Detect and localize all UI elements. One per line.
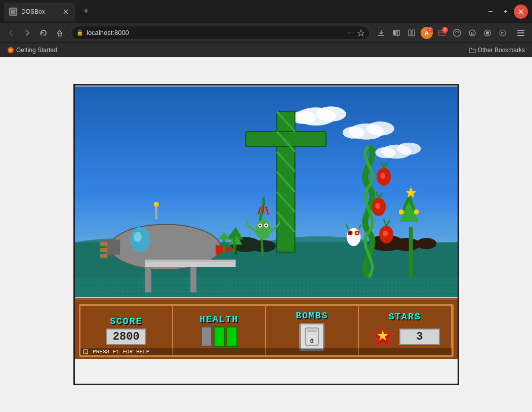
svg-point-40: [375, 147, 395, 158]
addon-icon-3[interactable]: B: [465, 26, 479, 40]
svg-point-82: [346, 228, 360, 246]
health-label: HEALTH: [199, 314, 238, 324]
hud-inner: SCORE 2800 HEALTH: [79, 304, 454, 357]
svg-point-22: [486, 31, 489, 34]
hud-help-text: i PRESS F1 FOR HELP: [80, 348, 452, 355]
svg-point-74: [375, 203, 380, 209]
page-content: SCORE 2800 HEALTH: [0, 57, 532, 412]
svg-point-72: [380, 173, 385, 179]
svg-text:i: i: [85, 351, 87, 354]
svg-rect-53: [145, 260, 235, 262]
svg-rect-59: [100, 248, 107, 252]
svg-text:0: 0: [310, 338, 314, 345]
svg-rect-15: [408, 30, 411, 36]
browser-tab[interactable]: DOSBox: [4, 3, 75, 21]
svg-text:B: B: [471, 31, 474, 36]
address-bar[interactable]: 🔒 localhost:8000 ···: [71, 26, 370, 40]
addon-badge: 2: [442, 27, 448, 33]
nav-toolbar-icons: A 2 2 B: [374, 26, 510, 40]
svg-rect-63: [245, 132, 326, 147]
window-controls: [483, 5, 528, 19]
svg-point-36: [366, 121, 394, 136]
svg-rect-87: [408, 227, 413, 277]
forward-button[interactable]: [20, 26, 34, 40]
svg-point-85: [349, 232, 351, 234]
svg-rect-92: [223, 239, 225, 252]
svg-point-76: [383, 230, 388, 236]
tab-close-button[interactable]: [62, 8, 70, 16]
bookmark-star-icon[interactable]: [357, 29, 364, 36]
star-icon: [370, 324, 395, 349]
svg-point-46: [416, 238, 436, 249]
download-icon[interactable]: [374, 26, 388, 40]
minimize-button[interactable]: [483, 5, 498, 19]
profile-icon[interactable]: A 2: [420, 26, 434, 40]
browser-window: DOSBox +: [0, 0, 532, 412]
menu-button[interactable]: [514, 26, 528, 40]
svg-rect-14: [397, 30, 399, 35]
svg-rect-13: [395, 30, 397, 35]
folder-icon: [469, 47, 476, 54]
address-more-icon[interactable]: ···: [348, 28, 354, 37]
svg-point-77: [256, 220, 271, 240]
game-hud: SCORE 2800 HEALTH: [75, 298, 458, 359]
addon-icon-5[interactable]: [496, 26, 510, 40]
svg-marker-10: [358, 30, 364, 36]
stars-value: 3: [416, 331, 423, 343]
addon-icon-2[interactable]: [450, 26, 464, 40]
reader-view-icon[interactable]: [404, 26, 419, 40]
menu-line-2: [517, 32, 524, 33]
svg-rect-58: [100, 242, 107, 246]
svg-point-39: [396, 143, 421, 155]
lock-icon: 🔒: [76, 29, 84, 36]
svg-point-33: [316, 106, 346, 121]
svg-rect-60: [100, 254, 107, 258]
score-value-box: 2800: [106, 328, 146, 345]
health-bar-3: [226, 326, 237, 347]
refresh-button[interactable]: [36, 26, 51, 40]
back-button[interactable]: [4, 26, 18, 40]
help-text-content: i PRESS F1 FOR HELP: [83, 349, 150, 355]
bombs-label: BOMBS: [296, 311, 328, 321]
health-bar-2: [214, 326, 225, 347]
bomb-icon: 0: [299, 323, 324, 351]
tab-favicon: [9, 8, 17, 16]
svg-rect-95: [307, 329, 317, 332]
close-button[interactable]: [514, 5, 528, 19]
svg-rect-93: [233, 237, 235, 252]
svg-rect-16: [412, 30, 415, 36]
score-value: 2800: [113, 331, 140, 343]
home-button[interactable]: [53, 26, 67, 40]
svg-rect-54: [145, 267, 151, 293]
svg-rect-51: [105, 239, 120, 255]
maximize-button[interactable]: [499, 5, 513, 19]
svg-point-45: [392, 238, 421, 251]
game-scene: [75, 86, 458, 298]
other-bookmarks[interactable]: Other Bookmarks: [466, 46, 528, 55]
svg-rect-55: [190, 267, 196, 293]
title-bar: DOSBox +: [0, 0, 532, 23]
score-label: SCORE: [110, 316, 142, 326]
svg-point-89: [398, 210, 403, 215]
addon-icon-1[interactable]: 2: [435, 26, 449, 40]
new-tab-button[interactable]: +: [79, 5, 93, 19]
health-bar-1: [201, 326, 212, 347]
svg-point-81: [265, 224, 267, 226]
svg-point-57: [153, 202, 158, 207]
bookmark-getting-started[interactable]: Getting Started: [4, 46, 60, 55]
stars-value-box: 3: [399, 328, 440, 345]
game-canvas: [75, 86, 458, 298]
menu-line-1: [517, 30, 524, 31]
navigation-bar: 🔒 localhost:8000 ··· A 2: [0, 23, 532, 43]
tab-title: DOSBox: [21, 8, 58, 15]
svg-point-25: [9, 49, 12, 52]
addon-icon-4[interactable]: [480, 26, 495, 40]
library-icon[interactable]: [389, 26, 403, 40]
game-container[interactable]: SCORE 2800 HEALTH: [73, 84, 459, 385]
svg-point-37: [342, 127, 364, 139]
svg-point-50: [134, 232, 142, 242]
svg-rect-1: [11, 10, 15, 14]
stars-label: STARS: [389, 312, 421, 322]
firefox-favicon: [7, 47, 14, 54]
svg-rect-9: [58, 33, 61, 36]
